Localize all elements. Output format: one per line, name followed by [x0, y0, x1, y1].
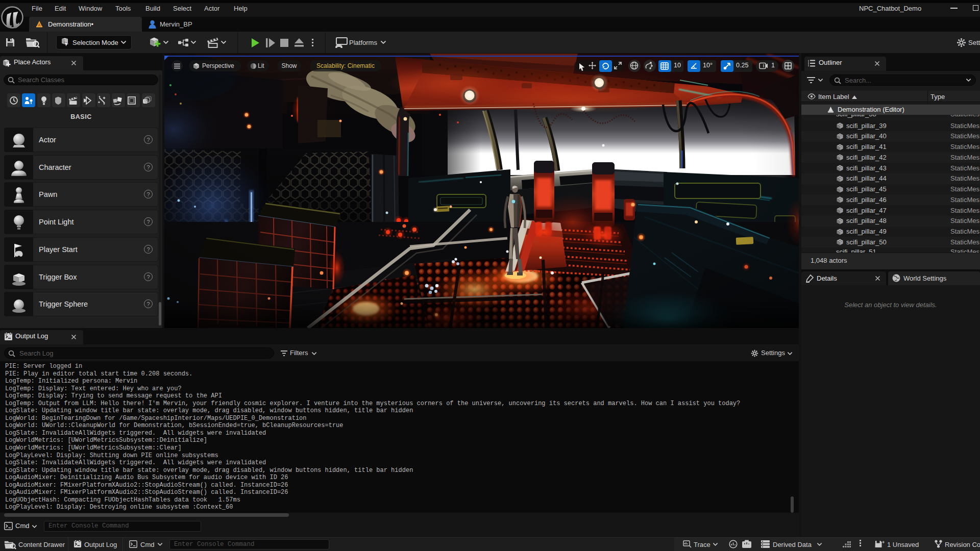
svg-text:+: +	[882, 540, 885, 545]
